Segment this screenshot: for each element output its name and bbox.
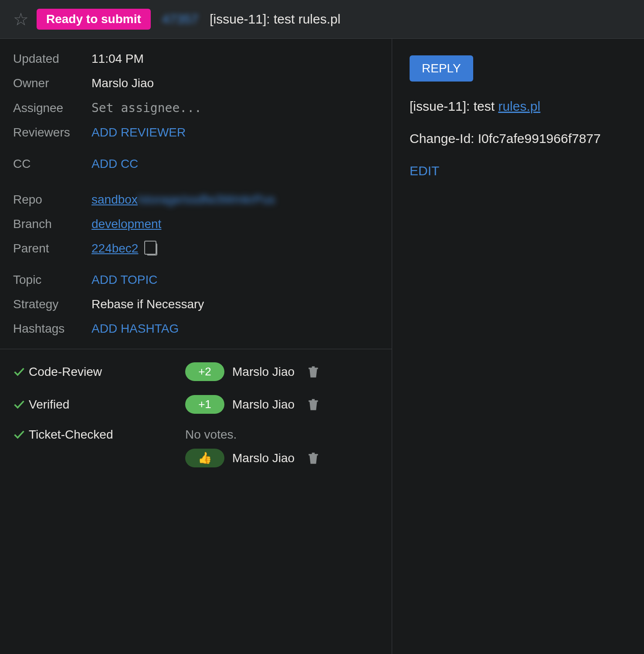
hashtags-label: Hashtags xyxy=(13,322,92,336)
add-hashtag-button[interactable]: ADD HASHTAG xyxy=(92,322,179,336)
change-id-label: Change-Id: xyxy=(410,131,478,146)
branch-label: Branch xyxy=(13,217,92,231)
parent-label: Parent xyxy=(13,242,92,255)
ticket-no-votes: No votes. xyxy=(185,428,319,442)
updated-label: Updated xyxy=(13,52,92,66)
label-row-ticket-checked: Ticket-Checked No votes. 👍 Marslo Jiao xyxy=(13,428,379,467)
label-row-verified: Verified +1 Marslo Jiao xyxy=(13,395,379,414)
strategy-value: Rebase if Necessary xyxy=(92,297,204,311)
owner-value[interactable]: Marslo Jiao xyxy=(92,76,154,90)
meta-row-repo: Repo sandbox/storage/ssdfw3WmkrPus xyxy=(13,193,379,207)
meta-row-updated: Updated 11:04 PM xyxy=(13,52,379,66)
branch-link[interactable]: development xyxy=(92,217,161,231)
meta-row-branch: Branch development xyxy=(13,217,379,231)
reply-button[interactable]: REPLY xyxy=(410,55,473,82)
verified-label: Verified xyxy=(29,398,69,412)
meta-row-hashtags: Hashtags ADD HASHTAG xyxy=(13,322,379,336)
repo-path-blurred: /storage/ssdfw3WmkrPus xyxy=(137,193,275,206)
trash-icon[interactable] xyxy=(308,452,319,465)
ticket-checked-label: Ticket-Checked xyxy=(29,428,113,442)
updated-value: 11:04 PM xyxy=(92,52,144,66)
change-id-value: I0fc7afe991966f7877 xyxy=(478,131,601,146)
label-row-code-review: Code-Review +2 Marslo Jiao xyxy=(13,362,379,381)
status-badge: Ready to submit xyxy=(37,9,151,30)
copy-icon[interactable] xyxy=(147,243,157,255)
meta-row-assignee: Assignee Set assignee... xyxy=(13,101,379,115)
repo-link[interactable]: sandbox xyxy=(92,193,138,206)
add-cc-button[interactable]: ADD CC xyxy=(92,157,138,171)
assignee-label: Assignee xyxy=(13,101,92,115)
meta-row-reviewers: Reviewers ADD REVIEWER xyxy=(13,126,379,140)
labels-section: Code-Review +2 Marslo Jiao Verified xyxy=(0,349,392,494)
metadata-section: Updated 11:04 PM Owner Marslo Jiao Assig… xyxy=(0,39,392,349)
add-reviewer-button[interactable]: ADD REVIEWER xyxy=(92,126,186,140)
owner-label: Owner xyxy=(13,76,92,90)
meta-row-topic: Topic ADD TOPIC xyxy=(13,273,379,287)
check-icon xyxy=(13,367,25,377)
commit-link[interactable]: rules.pl xyxy=(498,99,540,113)
verified-voter[interactable]: Marslo Jiao xyxy=(232,398,295,412)
change-header: ☆ Ready to submit 47357 [issue-11]: test… xyxy=(0,0,644,39)
commit-prefix: [issue-11]: test xyxy=(410,99,498,113)
change-number[interactable]: 47357 xyxy=(159,12,202,27)
ticket-thumb-chip: 👍 xyxy=(185,449,224,467)
code-review-voter[interactable]: Marslo Jiao xyxy=(232,365,295,379)
commit-message: [issue-11]: test rules.pl xyxy=(410,99,627,114)
change-id: Change-Id: I0fc7afe991966f7877 xyxy=(410,131,627,146)
check-icon xyxy=(13,429,25,440)
reviewers-label: Reviewers xyxy=(13,126,92,140)
check-icon xyxy=(13,399,25,410)
code-review-vote-chip: +2 xyxy=(185,362,224,381)
star-icon[interactable]: ☆ xyxy=(13,10,29,28)
change-title: [issue-11]: test rules.pl xyxy=(210,12,340,27)
meta-row-strategy: Strategy Rebase if Necessary xyxy=(13,297,379,311)
strategy-label: Strategy xyxy=(13,297,92,311)
verified-vote-chip: +1 xyxy=(185,395,224,414)
ticket-voter[interactable]: Marslo Jiao xyxy=(232,451,295,465)
repo-label: Repo xyxy=(13,193,92,207)
parent-link[interactable]: 224bec2 xyxy=(92,242,138,255)
trash-icon[interactable] xyxy=(308,365,319,378)
code-review-label: Code-Review xyxy=(29,365,102,379)
meta-row-cc: CC ADD CC xyxy=(13,157,379,171)
left-panel: Updated 11:04 PM Owner Marslo Jiao Assig… xyxy=(0,39,392,654)
topic-label: Topic xyxy=(13,273,92,287)
edit-button[interactable]: EDIT xyxy=(410,164,627,178)
cc-label: CC xyxy=(13,157,92,171)
assignee-placeholder[interactable]: Set assignee... xyxy=(92,101,202,115)
trash-icon[interactable] xyxy=(308,398,319,411)
meta-row-owner: Owner Marslo Jiao xyxy=(13,76,379,90)
meta-row-parent: Parent 224bec2 xyxy=(13,242,379,255)
right-panel: REPLY [issue-11]: test rules.pl Change-I… xyxy=(392,39,644,654)
add-topic-button[interactable]: ADD TOPIC xyxy=(92,273,157,287)
